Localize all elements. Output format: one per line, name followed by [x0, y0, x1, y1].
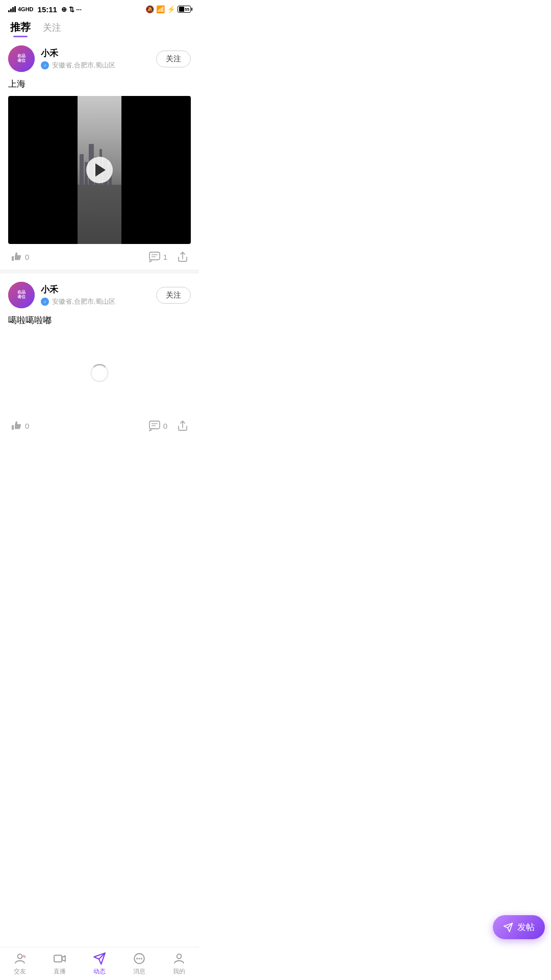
- like-icon: [10, 420, 22, 431]
- battery-indicator: 55: [178, 6, 191, 13]
- comment-count: 1: [163, 253, 167, 261]
- share-button[interactable]: [177, 251, 189, 262]
- tab-header: 推荐 关注: [0, 16, 199, 37]
- like-count: 0: [25, 422, 29, 430]
- avatar-logo: 在品者位: [8, 282, 35, 308]
- user-row: 在品者位 小禾 ♂ 安徽省,合肥市,蜀山区 关注: [8, 282, 191, 308]
- avatar[interactable]: 在品者位: [8, 45, 35, 72]
- action-row: 0 0: [8, 413, 191, 438]
- like-button[interactable]: 0: [10, 420, 29, 431]
- comment-icon: [148, 251, 161, 262]
- feed: 在品者位 小禾 ♂ 安徽省,合肥市,蜀山区 关注 上海: [0, 37, 199, 479]
- time: 15:11: [38, 5, 57, 14]
- status-right: 🔕 📶 ⚡ 55: [145, 5, 191, 13]
- user-info: 在品者位 小禾 ♂ 安徽省,合肥市,蜀山区: [8, 45, 115, 72]
- avatar[interactable]: 在品者位: [8, 282, 35, 308]
- user-location: 安徽省,合肥市,蜀山区: [52, 61, 115, 70]
- action-row: 0 1: [8, 244, 191, 270]
- svg-rect-0: [149, 252, 160, 260]
- tab-recommended[interactable]: 推荐: [10, 20, 31, 37]
- username: 小禾: [41, 284, 115, 296]
- share-icon: [177, 420, 189, 431]
- like-button[interactable]: 0: [10, 251, 29, 262]
- share-button[interactable]: [177, 420, 189, 431]
- like-icon: [10, 251, 22, 262]
- signal-icon: [8, 6, 16, 12]
- charging-icon: ⚡: [167, 5, 176, 13]
- action-right: 0: [148, 420, 189, 431]
- comment-button[interactable]: 0: [148, 420, 167, 431]
- loading-spinner: [90, 364, 109, 382]
- status-icons: ⊕ ⇅ ···: [61, 6, 82, 13]
- network-type: 4GHD: [18, 6, 34, 12]
- user-info: 在品者位 小禾 ♂ 安徽省,合肥市,蜀山区: [8, 282, 115, 308]
- user-details: 小禾 ♂ 安徽省,合肥市,蜀山区: [41, 284, 115, 306]
- play-button[interactable]: [86, 157, 113, 183]
- user-meta: ♂ 安徽省,合肥市,蜀山区: [41, 61, 115, 70]
- status-bar: 4GHD 15:11 ⊕ ⇅ ··· 🔕 📶 ⚡ 55: [0, 0, 199, 16]
- divider: [0, 270, 199, 274]
- svg-rect-4: [149, 421, 160, 429]
- follow-button[interactable]: 关注: [156, 51, 191, 67]
- avatar-logo: 在品者位: [8, 45, 35, 72]
- comment-count: 0: [163, 422, 167, 430]
- loading-area: [8, 333, 191, 413]
- user-meta: ♂ 安徽省,合肥市,蜀山区: [41, 297, 115, 306]
- status-left: 4GHD 15:11 ⊕ ⇅ ···: [8, 5, 82, 14]
- follow-button[interactable]: 关注: [156, 287, 191, 304]
- wifi-icon: 📶: [156, 5, 165, 13]
- username: 小禾: [41, 47, 115, 59]
- post-title: 上海: [8, 78, 191, 90]
- avatar-logo-text: 在品者位: [17, 290, 26, 300]
- comment-icon: [148, 420, 161, 431]
- post-card: 在品者位 小禾 ♂ 安徽省,合肥市,蜀山区 关注 上海: [0, 37, 199, 270]
- user-row: 在品者位 小禾 ♂ 安徽省,合肥市,蜀山区 关注: [8, 45, 191, 72]
- tab-following[interactable]: 关注: [43, 21, 61, 37]
- avatar-logo-text: 在品者位: [17, 54, 26, 63]
- gender-icon: ♂: [41, 61, 49, 69]
- post-card: 在品者位 小禾 ♂ 安徽省,合肥市,蜀山区 关注 噶啦噶啦嘟: [0, 274, 199, 438]
- action-right: 1: [148, 251, 189, 262]
- comment-button[interactable]: 1: [148, 251, 167, 262]
- video-player[interactable]: [8, 96, 191, 244]
- share-icon: [177, 251, 189, 262]
- gender-icon: ♂: [41, 298, 49, 306]
- user-location: 安徽省,合肥市,蜀山区: [52, 297, 115, 306]
- notification-icon: 🔕: [145, 5, 154, 13]
- like-count: 0: [25, 253, 29, 261]
- post-text: 噶啦噶啦嘟: [8, 314, 191, 326]
- play-icon: [95, 163, 106, 177]
- user-details: 小禾 ♂ 安徽省,合肥市,蜀山区: [41, 47, 115, 70]
